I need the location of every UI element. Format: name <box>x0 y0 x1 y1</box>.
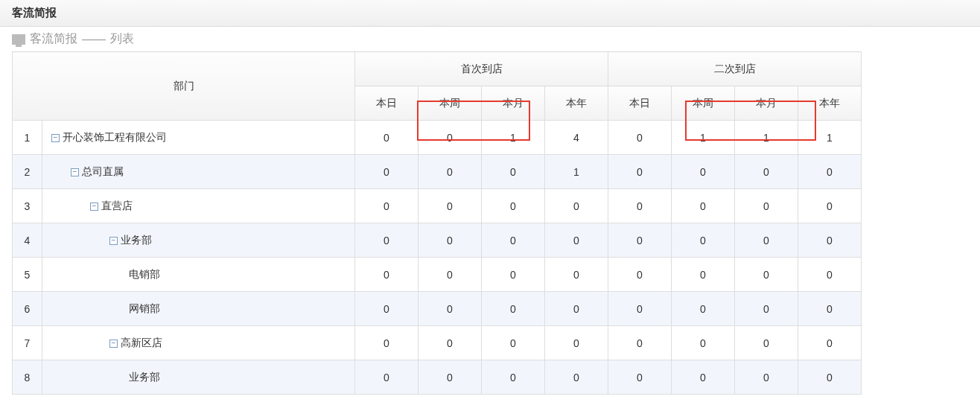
value-cell: 0 <box>355 189 419 223</box>
value-cell: 0 <box>672 155 735 189</box>
header-second-month: 本月 <box>735 86 798 121</box>
value-cell: 0 <box>672 258 735 292</box>
dept-name: 开心装饰工程有限公司 <box>63 131 167 143</box>
header-second-year: 本年 <box>798 86 862 121</box>
table-row[interactable]: 4−业务部00000000 <box>13 223 862 258</box>
value-cell: 0 <box>355 360 419 395</box>
value-cell: 0 <box>419 258 482 292</box>
tree-collapse-icon[interactable]: − <box>51 134 60 142</box>
value-cell: 0 <box>608 155 672 189</box>
value-cell: 0 <box>735 326 798 360</box>
table-body: 1−开心装饰工程有限公司001401112−总司直属000100003−直营店0… <box>13 121 862 395</box>
dept-name: 高新区店 <box>121 337 162 348</box>
dept-name: 直营店 <box>101 200 133 211</box>
row-index: 8 <box>13 360 42 395</box>
value-cell: 0 <box>798 258 862 292</box>
header-second-today: 本日 <box>608 86 672 121</box>
value-cell: 4 <box>545 121 608 155</box>
dept-cell: −高新区店 <box>42 326 355 360</box>
value-cell: 0 <box>355 121 419 155</box>
value-cell: 1 <box>482 121 545 155</box>
value-cell: 0 <box>798 155 862 189</box>
monitor-icon <box>12 34 25 45</box>
page-title-bar: 客流简报 <box>0 0 980 27</box>
row-index: 7 <box>13 326 42 360</box>
table-row[interactable]: 1−开心装饰工程有限公司00140111 <box>13 121 862 155</box>
dept-cell: −开心装饰工程有限公司 <box>42 121 355 155</box>
value-cell: 0 <box>735 189 798 223</box>
dept-name: 业务部 <box>129 371 160 383</box>
dept-cell: 电销部 <box>42 258 355 292</box>
header-group-second: 二次到店 <box>608 52 862 86</box>
page-title: 客流简报 <box>12 6 57 19</box>
value-cell: 1 <box>798 121 862 155</box>
row-index: 5 <box>13 258 42 292</box>
value-cell: 0 <box>798 326 862 360</box>
header-first-month: 本月 <box>482 86 545 121</box>
value-cell: 0 <box>419 360 482 395</box>
value-cell: 0 <box>798 223 862 258</box>
breadcrumb: 客流简报 —— 列表 <box>0 27 980 51</box>
table-row[interactable]: 6网销部00000000 <box>13 292 862 326</box>
value-cell: 0 <box>608 258 672 292</box>
value-cell: 0 <box>608 292 672 326</box>
value-cell: 1 <box>545 155 608 189</box>
value-cell: 0 <box>482 155 545 189</box>
value-cell: 0 <box>419 155 482 189</box>
value-cell: 0 <box>798 189 862 223</box>
value-cell: 0 <box>355 326 419 360</box>
value-cell: 0 <box>482 292 545 326</box>
dept-name: 电销部 <box>129 268 160 280</box>
dept-cell: 网销部 <box>42 292 355 326</box>
value-cell: 0 <box>735 258 798 292</box>
value-cell: 0 <box>798 292 862 326</box>
row-index: 2 <box>13 155 42 189</box>
header-first-today: 本日 <box>355 86 419 121</box>
value-cell: 0 <box>608 326 672 360</box>
header-first-week: 本周 <box>419 86 482 121</box>
value-cell: 0 <box>419 292 482 326</box>
value-cell: 0 <box>545 223 608 258</box>
value-cell: 0 <box>545 326 608 360</box>
tree-collapse-icon[interactable]: − <box>109 237 118 245</box>
value-cell: 0 <box>482 223 545 258</box>
value-cell: 0 <box>419 189 482 223</box>
breadcrumb-suffix: 列表 <box>110 31 134 47</box>
value-cell: 0 <box>545 360 608 395</box>
table-row[interactable]: 3−直营店00000000 <box>13 189 862 223</box>
header-dept: 部门 <box>13 52 355 121</box>
value-cell: 0 <box>419 121 482 155</box>
table-row[interactable]: 7−高新区店00000000 <box>13 326 862 360</box>
row-index: 1 <box>13 121 42 155</box>
tree-collapse-icon[interactable]: − <box>71 168 79 176</box>
row-index: 6 <box>13 292 42 326</box>
tree-collapse-icon[interactable]: − <box>90 203 98 211</box>
value-cell: 0 <box>545 189 608 223</box>
dept-cell: 业务部 <box>42 360 355 395</box>
value-cell: 0 <box>672 326 735 360</box>
value-cell: 0 <box>355 292 419 326</box>
dept-cell: −业务部 <box>42 223 355 258</box>
value-cell: 0 <box>482 360 545 395</box>
value-cell: 0 <box>545 258 608 292</box>
value-cell: 1 <box>735 121 798 155</box>
dept-name: 总司直属 <box>82 165 124 177</box>
value-cell: 0 <box>672 223 735 258</box>
table-row[interactable]: 8业务部00000000 <box>13 360 862 395</box>
table-row[interactable]: 2−总司直属00010000 <box>13 155 862 189</box>
dept-name: 业务部 <box>121 234 152 246</box>
header-first-year: 本年 <box>545 86 608 121</box>
value-cell: 0 <box>355 223 419 258</box>
value-cell: 0 <box>735 360 798 395</box>
tree-collapse-icon[interactable]: − <box>109 340 118 348</box>
value-cell: 0 <box>419 223 482 258</box>
table-row[interactable]: 5电销部00000000 <box>13 258 862 292</box>
value-cell: 0 <box>608 223 672 258</box>
breadcrumb-sep: —— <box>82 33 106 46</box>
dept-cell: −直营店 <box>42 189 355 223</box>
header-group-first: 首次到店 <box>355 52 608 86</box>
table-container: 部门 首次到店 二次到店 本日 本周 本月 本年 本日 本周 本月 本年 1−开… <box>0 51 980 395</box>
dept-name: 网销部 <box>129 302 160 314</box>
value-cell: 0 <box>355 258 419 292</box>
value-cell: 0 <box>482 326 545 360</box>
